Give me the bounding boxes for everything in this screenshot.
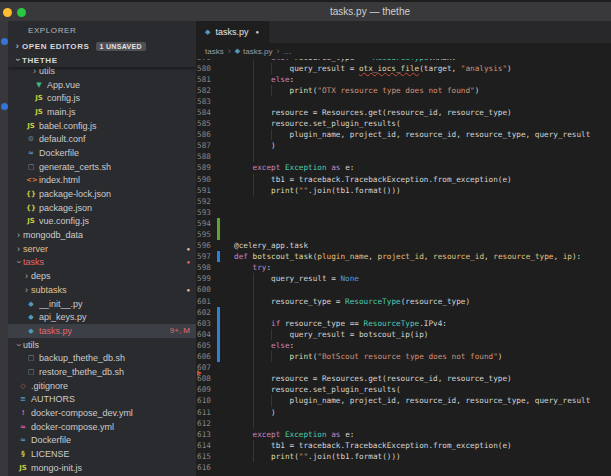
tree-item-app-vue[interactable]: ▼App.vue xyxy=(8,78,196,92)
git-added-gutter-marker[interactable] xyxy=(217,218,220,229)
code-line-595[interactable]: 595 xyxy=(196,229,611,240)
titlebar[interactable]: tasks.py — thethe xyxy=(0,0,611,21)
tree-item-mongo-init-js[interactable]: JSmongo-init.js xyxy=(8,461,196,475)
line-number: 585 xyxy=(196,118,211,129)
breadcrumb-item[interactable]: … xyxy=(283,47,291,56)
code-line-610[interactable]: 610 plugin_name, project_id, resource_id… xyxy=(196,395,611,406)
tree-item-authors[interactable]: ≡AUTHORS xyxy=(8,393,196,407)
code-line-586[interactable]: 586 plugin_name, project_id, resource_id… xyxy=(196,129,611,140)
tree-item-label: docker-compose_dev.yml xyxy=(31,408,133,418)
code-line-588[interactable]: 588 xyxy=(196,151,611,162)
tree-item--gitignore[interactable]: ◇.gitignore xyxy=(8,379,196,393)
code-line-581[interactable]: 581 else: xyxy=(196,74,611,85)
code-line-600[interactable]: 600 xyxy=(196,284,611,295)
code-line-583[interactable]: 583 xyxy=(196,96,611,107)
line-number: 594 xyxy=(196,218,211,229)
tree-item-dockerfile[interactable]: ≈Dockerfile xyxy=(8,146,196,160)
chevron-down-icon: › xyxy=(14,258,24,267)
tree-item-license[interactable]: §LICENSE xyxy=(8,447,196,461)
tree-item-babel-config-js[interactable]: JSbabel.config.js xyxy=(8,119,196,133)
license-file-icon: § xyxy=(18,450,28,458)
code-line-609[interactable]: 609 resource.set_plugin_results( xyxy=(196,384,611,395)
tree-item-config-js[interactable]: JSconfig.js xyxy=(8,91,196,105)
tree-item--init-py[interactable]: ◆__init__.py xyxy=(8,297,196,311)
tree-item-index-html[interactable]: <>index.html xyxy=(8,174,196,188)
breadcrumb-item[interactable]: tasks.py xyxy=(243,47,272,56)
tree-item-subtasks[interactable]: ›subtasks● xyxy=(8,283,196,297)
code-line-616[interactable]: 616 xyxy=(196,462,611,473)
tab-tasks-py[interactable]: ◆ tasks.py ● xyxy=(196,21,269,43)
code-line-596[interactable]: 596@celery_app.task xyxy=(196,240,611,251)
code-line-584[interactable]: 584 resource = Resources.get(resource_id… xyxy=(196,107,611,118)
code-line-598[interactable]: 598 try: xyxy=(196,262,611,273)
git-modified-gutter-marker[interactable] xyxy=(217,351,220,362)
project-root-section[interactable]: › THETHE xyxy=(8,53,196,67)
code-line-615[interactable]: 615 print("".join(tb1.format())) xyxy=(196,451,611,462)
git-modified-gutter-marker[interactable] xyxy=(217,307,220,318)
code-line-606[interactable]: 606 print("BotScout resource type does n… xyxy=(196,351,611,362)
code-line-585[interactable]: 585 resource.set_plugin_results( xyxy=(196,118,611,129)
tree-item-api-keys-py[interactable]: ◆api_keys.py xyxy=(8,310,196,324)
tree-item-package-lock-json[interactable]: {}package-lock.json xyxy=(8,187,196,201)
tree-item-package-json[interactable]: {}package.json xyxy=(8,201,196,215)
breadcrumb-item[interactable]: tasks xyxy=(205,47,224,56)
zoom-traffic-light[interactable] xyxy=(17,8,26,17)
code-line-605[interactable]: 605 else: xyxy=(196,340,611,351)
open-editors-section[interactable]: › OPEN EDITORS 1 UNSAVED xyxy=(8,39,196,53)
modified-dot-icon[interactable]: ● xyxy=(255,29,259,35)
tree-item-mongodb-data[interactable]: ›mongodb_data xyxy=(8,228,196,242)
tree-item-restore-thethe-db-sh[interactable]: □restore_thethe_db.sh xyxy=(8,365,196,379)
git-modified-gutter-marker[interactable] xyxy=(217,251,220,262)
code-line-612[interactable]: 612 xyxy=(196,418,611,429)
py-file-icon: ◆ xyxy=(26,313,36,321)
line-number: 586 xyxy=(196,129,211,140)
code-line-589[interactable]: 589 except Exception as e: xyxy=(196,162,611,173)
code-line-608[interactable]: 608 resource = Resources.get(resource_id… xyxy=(196,373,611,384)
tree-item-server[interactable]: ›server● xyxy=(8,242,196,256)
code-line-597[interactable]: 597def botscout_task(plugin_name, projec… xyxy=(196,251,611,262)
code-line-582[interactable]: 582 print("OTX resource type does not fo… xyxy=(196,85,611,96)
code-line-603[interactable]: 603 if resource_type == ResourceType.IPv… xyxy=(196,318,611,329)
tree-item-docker-compose-yml[interactable]: ≈docker-compose.yml xyxy=(8,420,196,434)
tree-item-generate-certs-sh[interactable]: □generate_certs.sh xyxy=(8,160,196,174)
line-number: 590 xyxy=(196,174,211,185)
code-line-604[interactable]: 604 query_result = botscout_ip(ip) xyxy=(196,329,611,340)
code-line-592[interactable]: 592 xyxy=(196,196,611,207)
git-deleted-gutter-marker[interactable] xyxy=(197,370,202,376)
code-line-590[interactable]: 590 tb1 = traceback.TracebackException.f… xyxy=(196,174,611,185)
code-line-593[interactable]: 593 xyxy=(196,207,611,218)
tree-item-dockerfile[interactable]: ≈Dockerfile xyxy=(8,434,196,448)
code-area[interactable]: 579 elif resource_type == ResourceType.H… xyxy=(196,59,611,476)
code-text: print("OTX resource type does not found"… xyxy=(234,85,479,96)
tree-item-tasks-py[interactable]: ◆tasks.py9+, M xyxy=(8,324,196,338)
tree-item-main-js[interactable]: JSmain.js xyxy=(8,105,196,119)
git-modified-gutter-marker[interactable] xyxy=(217,329,220,340)
tree-item-tasks[interactable]: ›tasks● xyxy=(8,256,196,270)
code-line-614[interactable]: 614 tb1 = traceback.TracebackException.f… xyxy=(196,440,611,451)
breadcrumb[interactable]: tasks›◆tasks.py›… xyxy=(196,43,611,59)
git-added-gutter-marker[interactable] xyxy=(217,229,220,240)
code-line-591[interactable]: 591 print("".join(tb1.format())) xyxy=(196,185,611,196)
git-modified-gutter-marker[interactable] xyxy=(217,318,220,329)
line-number: 600 xyxy=(196,284,211,295)
code-line-580[interactable]: 580 query_result = otx_iocs_file(target,… xyxy=(196,63,611,74)
minimize-traffic-light[interactable] xyxy=(3,8,12,17)
code-line-613[interactable]: 613 except Exception as e: xyxy=(196,429,611,440)
code-line-607[interactable]: 607 xyxy=(196,362,611,373)
tree-item-deps[interactable]: ›deps xyxy=(8,269,196,283)
code-line-599[interactable]: 599 query_result = None xyxy=(196,273,611,284)
tree-item-default-conf[interactable]: ⚙default.conf xyxy=(8,132,196,146)
code-line-594[interactable]: 594 xyxy=(196,218,611,229)
tree-item-vue-config-js[interactable]: JSvue.config.js xyxy=(8,215,196,229)
code-text: plugin_name, project_id, resource_id, re… xyxy=(234,395,590,406)
chevron-right-icon: › xyxy=(30,66,39,76)
code-line-602[interactable]: 602 xyxy=(196,307,611,318)
git-modified-gutter-marker[interactable] xyxy=(217,340,220,351)
code-line-587[interactable]: 587 ) xyxy=(196,140,611,151)
code-line-601[interactable]: 601 resource_type = ResourceType(resourc… xyxy=(196,296,611,307)
unsaved-badge: 1 UNSAVED xyxy=(96,42,146,51)
tree-item-backup-thethe-db-sh[interactable]: □backup_thethe_db.sh xyxy=(8,351,196,365)
tree-item-utils[interactable]: ›utils xyxy=(8,338,196,352)
code-line-611[interactable]: 611 ) xyxy=(196,407,611,418)
tree-item-docker-compose-dev-yml[interactable]: !docker-compose_dev.yml xyxy=(8,406,196,420)
